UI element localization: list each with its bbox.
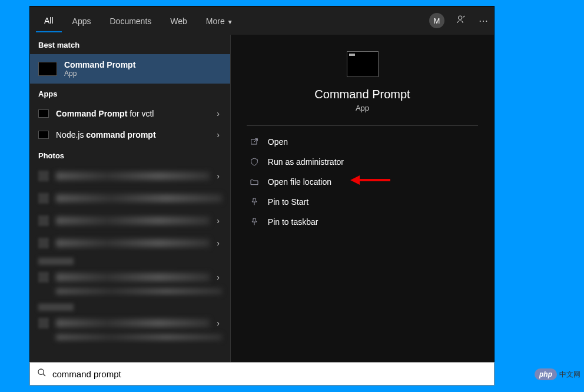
results-panel: Best match Command Prompt App Apps Comma… bbox=[30, 35, 230, 385]
user-avatar[interactable]: M bbox=[429, 13, 444, 28]
cmd-icon-large bbox=[347, 51, 379, 77]
action-pin-to-taskbar[interactable]: Pin to taskbar bbox=[247, 212, 478, 232]
action-run-as-admin[interactable]: Run as administrator bbox=[247, 152, 478, 172]
app-result-nodejs[interactable]: Node.js command prompt › bbox=[30, 124, 230, 145]
tab-more[interactable]: More▼ bbox=[198, 9, 241, 32]
best-match-subtitle: App bbox=[64, 69, 135, 78]
app-result-vctl[interactable]: Command Prompt for vctl › bbox=[30, 103, 230, 124]
blurred-result[interactable]: › bbox=[30, 312, 230, 334]
folder-icon bbox=[249, 177, 260, 187]
section-photos: Photos bbox=[30, 145, 230, 165]
section-apps: Apps bbox=[30, 84, 230, 103]
blurred-result[interactable]: › bbox=[30, 266, 230, 288]
shield-icon bbox=[249, 157, 260, 167]
detail-panel: Command Prompt App Open Run as administr… bbox=[230, 35, 494, 385]
section-best-match: Best match bbox=[30, 35, 230, 54]
rewards-icon[interactable] bbox=[456, 14, 467, 27]
detail-subtitle: App bbox=[356, 104, 369, 112]
search-bar[interactable] bbox=[29, 362, 495, 386]
tab-apps[interactable]: Apps bbox=[64, 9, 99, 32]
more-options-icon[interactable]: ⋯ bbox=[479, 15, 488, 26]
best-match-title: Command Prompt bbox=[64, 60, 135, 69]
action-open[interactable]: Open bbox=[247, 132, 478, 152]
detail-title: Command Prompt bbox=[314, 88, 410, 101]
pin-icon bbox=[249, 217, 260, 227]
divider bbox=[247, 125, 478, 126]
search-window: All Apps Documents Web More▼ M ⋯ Best ma… bbox=[29, 6, 495, 386]
watermark: php 中文网 bbox=[535, 368, 580, 380]
tab-all[interactable]: All bbox=[36, 9, 62, 32]
chevron-down-icon: ▼ bbox=[227, 19, 233, 25]
search-icon bbox=[37, 368, 47, 380]
watermark-text: 中文网 bbox=[559, 370, 580, 380]
blurred-section bbox=[38, 258, 74, 265]
chevron-right-icon: › bbox=[217, 109, 220, 118]
svg-point-0 bbox=[459, 16, 462, 19]
blurred-result bbox=[30, 288, 230, 300]
blurred-section bbox=[38, 304, 74, 311]
tabs-bar: All Apps Documents Web More▼ M ⋯ bbox=[30, 6, 494, 35]
svg-line-5 bbox=[43, 374, 45, 376]
blurred-result[interactable]: › bbox=[30, 165, 230, 187]
best-match-item[interactable]: Command Prompt App bbox=[30, 54, 230, 84]
action-pin-to-start[interactable]: Pin to Start bbox=[247, 192, 478, 212]
blurred-result[interactable] bbox=[30, 187, 230, 210]
tab-web[interactable]: Web bbox=[162, 9, 195, 32]
blurred-result[interactable]: › bbox=[30, 232, 230, 254]
open-icon bbox=[249, 137, 260, 147]
cmd-icon bbox=[38, 131, 49, 139]
cmd-icon bbox=[38, 109, 49, 118]
pin-icon bbox=[249, 197, 260, 207]
cmd-icon bbox=[38, 62, 57, 76]
search-input[interactable] bbox=[52, 369, 487, 379]
content-area: Best match Command Prompt App Apps Comma… bbox=[30, 35, 494, 385]
chevron-right-icon: › bbox=[217, 130, 220, 139]
action-open-file-location[interactable]: Open file location bbox=[247, 172, 478, 192]
tab-documents[interactable]: Documents bbox=[101, 9, 160, 32]
php-logo: php bbox=[535, 368, 557, 380]
blurred-result[interactable]: › bbox=[30, 210, 230, 232]
blurred-result bbox=[30, 334, 230, 346]
svg-point-4 bbox=[38, 369, 44, 374]
